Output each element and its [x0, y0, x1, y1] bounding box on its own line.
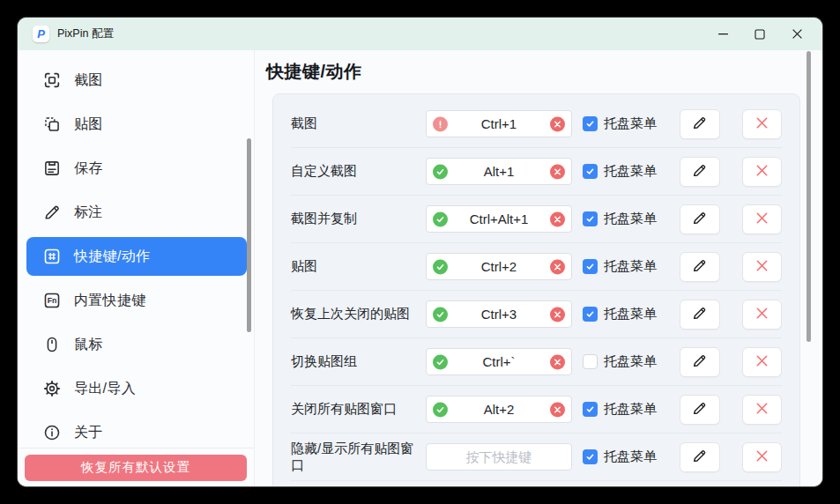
clear-hotkey-icon[interactable]: [550, 402, 565, 417]
pin-image-icon: [42, 115, 62, 134]
edit-hotkey-button[interactable]: [680, 204, 720, 234]
tray-menu-label: 托盘菜单: [604, 448, 658, 465]
sidebar-item-export-import[interactable]: 导出/导入: [26, 369, 247, 408]
hotkey-input-wrap: [426, 110, 572, 137]
edit-hotkey-button[interactable]: [680, 300, 720, 330]
hotkey-input-wrap: [426, 300, 572, 328]
clear-hotkey-icon[interactable]: [550, 164, 565, 179]
hotkey-input-wrap: [426, 348, 572, 375]
logo-letter: P: [37, 28, 45, 40]
hotkey-input-wrap: [426, 253, 572, 280]
hotkey-row: 关闭所有贴图窗口托盘菜单: [291, 386, 782, 434]
sidebar-item-about[interactable]: 关于: [26, 413, 247, 448]
fn-icon: Fn: [42, 291, 62, 310]
pencil-icon: [691, 448, 708, 467]
hotkey-valid-icon: [433, 402, 448, 417]
hotkey-input[interactable]: [426, 443, 572, 471]
edit-hotkey-button[interactable]: [680, 252, 720, 282]
clear-hotkey-icon[interactable]: [550, 116, 565, 131]
clear-hotkey-icon[interactable]: [550, 211, 565, 226]
action-label: 自定义截图: [291, 163, 426, 180]
hotkey-row: 自定义截图托盘菜单: [291, 148, 782, 196]
sidebar-item-pin-image[interactable]: 贴图: [26, 105, 247, 144]
minimize-button[interactable]: [704, 20, 741, 48]
delete-hotkey-button[interactable]: [742, 347, 783, 377]
delete-hotkey-button[interactable]: [742, 109, 783, 139]
pencil-icon: [691, 352, 708, 372]
action-label: 截图并复制: [291, 211, 426, 227]
sidebar-item-save[interactable]: 保存: [26, 149, 247, 188]
sidebar-item-hotkeys[interactable]: 快捷键/动作: [26, 237, 247, 276]
delete-hotkey-button[interactable]: [742, 300, 783, 330]
sidebar-item-label: 关于: [74, 424, 103, 442]
delete-hotkey-button[interactable]: [742, 204, 783, 234]
window-controls: [704, 20, 822, 48]
tray-menu-label: 托盘菜单: [604, 353, 658, 370]
pencil-icon: [691, 305, 708, 324]
svg-text:Fn: Fn: [48, 296, 57, 305]
pixpin-config-window: P PixPin 配置 截图贴图保存标注快捷键/动作Fn内置快捷键鼠标导出/导入…: [18, 18, 822, 486]
sidebar-list: 截图贴图保存标注快捷键/动作Fn内置快捷键鼠标导出/导入关于: [18, 50, 254, 448]
close-button[interactable]: [778, 20, 815, 48]
edit-hotkey-button[interactable]: [680, 442, 720, 472]
sidebar-item-label: 内置快捷键: [74, 292, 146, 310]
sidebar-footer: 恢复所有默认设置: [18, 448, 254, 486]
sidebar-item-screenshot[interactable]: 截图: [26, 61, 247, 100]
hotkey-valid-icon: [433, 164, 448, 179]
restore-defaults-button[interactable]: 恢复所有默认设置: [25, 455, 247, 481]
tray-menu-checkbox[interactable]: [583, 211, 598, 226]
maximize-button[interactable]: [741, 20, 778, 48]
edit-hotkey-button[interactable]: [680, 395, 720, 425]
delete-hotkey-button[interactable]: [742, 157, 783, 187]
pencil-icon: [691, 400, 708, 419]
edit-hotkey-button[interactable]: [680, 347, 720, 377]
clear-hotkey-icon[interactable]: [550, 259, 565, 274]
screenshot-icon: [42, 70, 62, 90]
tray-menu-checkbox[interactable]: [583, 116, 598, 131]
clear-hotkey-icon[interactable]: [550, 354, 565, 369]
hotkey-valid-icon: [433, 307, 448, 322]
hotkey-icon: [42, 247, 62, 266]
info-icon: [42, 423, 62, 442]
edit-hotkey-button[interactable]: [680, 157, 720, 187]
tray-menu-label: 托盘菜单: [604, 401, 658, 418]
hotkey-conflict-warning-icon: [433, 116, 448, 131]
sidebar-item-label: 导出/导入: [74, 380, 136, 398]
mouse-icon: [42, 335, 62, 354]
delete-hotkey-button[interactable]: [742, 395, 783, 425]
delete-x-icon: [755, 258, 769, 276]
pencil-icon: [691, 115, 708, 134]
hotkey-input-wrap: [426, 158, 572, 185]
titlebar[interactable]: P PixPin 配置: [18, 18, 822, 50]
tray-menu-label: 托盘菜单: [604, 163, 658, 180]
sidebar-scrollbar[interactable]: [247, 138, 251, 332]
tray-menu-checkbox[interactable]: [583, 307, 598, 322]
sidebar-item-annotate[interactable]: 标注: [26, 193, 247, 232]
tray-menu-checkbox[interactable]: [583, 259, 598, 274]
save-icon: [42, 159, 62, 178]
tray-menu-label: 托盘菜单: [604, 258, 658, 275]
pencil-icon: [691, 162, 708, 182]
main-scrollbar[interactable]: [807, 51, 811, 342]
delete-x-icon: [755, 401, 769, 419]
edit-hotkey-button[interactable]: [680, 109, 720, 139]
tray-menu-checkbox[interactable]: [583, 402, 598, 417]
tray-menu-checkbox[interactable]: [583, 354, 598, 369]
sidebar-item-builtin-hotkeys[interactable]: Fn内置快捷键: [26, 281, 247, 320]
sidebar-item-mouse[interactable]: 鼠标: [26, 325, 247, 364]
sidebar-item-label: 标注: [74, 204, 103, 222]
delete-hotkey-button[interactable]: [742, 252, 783, 282]
hotkey-row: 贴图托盘菜单: [291, 243, 782, 291]
clear-hotkey-icon[interactable]: [550, 307, 565, 322]
hotkey-input-wrap: [426, 396, 572, 423]
tray-menu-checkbox[interactable]: [583, 164, 598, 179]
gear-icon: [42, 379, 62, 398]
delete-x-icon: [755, 353, 769, 371]
delete-hotkey-button[interactable]: [742, 442, 783, 472]
hotkey-input-wrap: [426, 205, 572, 233]
app-body: 截图贴图保存标注快捷键/动作Fn内置快捷键鼠标导出/导入关于 恢复所有默认设置 …: [18, 50, 822, 486]
pencil-icon: [691, 210, 708, 229]
action-label: 关闭所有贴图窗口: [291, 401, 426, 418]
tray-menu-checkbox[interactable]: [583, 449, 598, 464]
action-label: 恢复上次关闭的贴图: [291, 306, 426, 322]
